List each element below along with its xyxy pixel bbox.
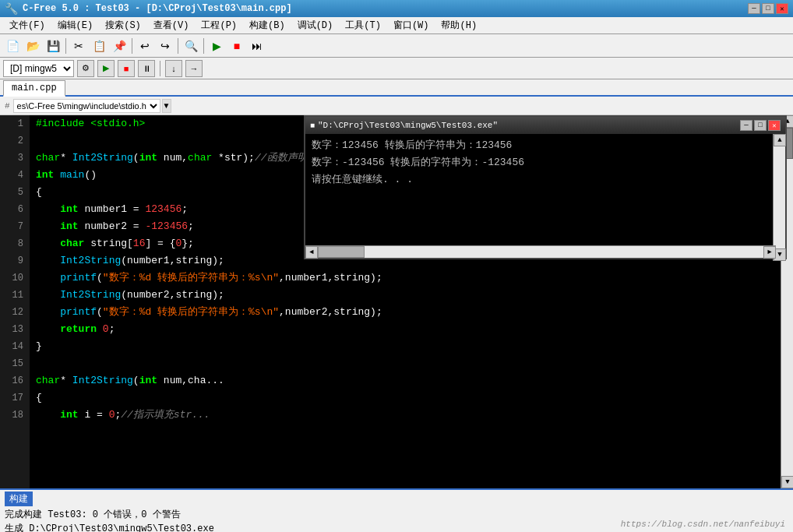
- scroll-down-button[interactable]: ▼: [781, 476, 793, 488]
- console-hscroll-left[interactable]: ◄: [305, 246, 318, 259]
- line-num-12: 12: [6, 304, 26, 321]
- menu-window[interactable]: 窗口(W): [387, 17, 435, 33]
- editor-status-area: 1 2 3 4 5 6 7 8 9 10 11 12 13 14 15 16 1…: [0, 115, 793, 532]
- editor-area: 1 2 3 4 5 6 7 8 9 10 11 12 13 14 15 16 1…: [0, 115, 793, 488]
- run-play-button[interactable]: ▶: [97, 60, 115, 77]
- window-title: C-Free 5.0 : Test03 - [D:\CProj\Test03\m…: [23, 3, 748, 14]
- toolbar-separator-3: [178, 38, 178, 54]
- console-hscroll-thumb[interactable]: [318, 246, 365, 258]
- line-num-16: 16: [6, 372, 26, 389]
- path-prefix: #: [5, 101, 10, 111]
- left-strip: [0, 115, 6, 488]
- close-button[interactable]: ✕: [776, 3, 788, 14]
- menu-project[interactable]: 工程(P): [195, 17, 243, 33]
- line-num-18: 18: [6, 407, 26, 424]
- minimize-button[interactable]: ─: [748, 3, 760, 14]
- code-line-14: }: [36, 338, 774, 355]
- line-num-8: 8: [6, 235, 26, 252]
- line-num-14: 14: [6, 338, 26, 355]
- window-controls: ─ □ ✕: [748, 3, 788, 14]
- console-titlebar: ■ "D:\CProj\Test03\mingw5\Test03.exe" ─ …: [305, 117, 785, 134]
- code-line-11: Int2String(number2,string);: [36, 287, 774, 304]
- paste-button[interactable]: 📌: [110, 37, 129, 55]
- menu-search[interactable]: 搜索(S): [99, 17, 147, 33]
- line-num-5: 5: [6, 184, 26, 201]
- console-scroll-track: [774, 146, 785, 248]
- new-file-button[interactable]: 📄: [3, 37, 22, 55]
- line-num-7: 7: [6, 218, 26, 235]
- menu-file[interactable]: 文件(F): [3, 17, 51, 33]
- console-close-button[interactable]: ✕: [768, 120, 781, 131]
- build-icon-button[interactable]: ⚙: [77, 60, 94, 77]
- console-scrollbar[interactable]: ▲ ▼: [773, 134, 785, 261]
- path-select[interactable]: es\C-Free 5\mingw\include\stdio.h: [13, 99, 160, 113]
- code-line-18: int i = 0;//指示填充str...: [36, 407, 774, 424]
- search-button[interactable]: 🔍: [182, 37, 200, 55]
- line-num-11: 11: [6, 287, 26, 304]
- maximize-button[interactable]: □: [762, 3, 774, 14]
- console-line-1: 数字：123456 转换后的字符串为：123456: [312, 137, 779, 154]
- status-label: 构建: [5, 491, 33, 506]
- code-line-15: [36, 355, 774, 372]
- code-line-13: return 0;: [36, 321, 774, 338]
- console-icon: ■: [310, 122, 315, 130]
- run-button[interactable]: ▶: [207, 37, 226, 55]
- console-hscroll-track: [318, 246, 763, 258]
- code-line-10: printf("数字：%d 转换后的字符串为：%s\n",number1,str…: [36, 270, 774, 287]
- console-maximize-button[interactable]: □: [754, 120, 767, 131]
- console-title: "D:\CProj\Test03\mingw5\Test03.exe": [318, 121, 738, 130]
- line-numbers: 1 2 3 4 5 6 7 8 9 10 11 12 13 14 15 16 1…: [6, 115, 30, 488]
- line-num-15: 15: [6, 355, 26, 372]
- title-bar: 🔧 C-Free 5.0 : Test03 - [D:\CProj\Test03…: [0, 0, 793, 17]
- menu-view[interactable]: 查看(V): [147, 17, 196, 33]
- status-bar: 构建 完成构建 Test03: 0 个错误，0 个警告 生成 D:\CProj\…: [0, 488, 793, 532]
- menu-tools[interactable]: 工具(T): [339, 17, 387, 33]
- redo-button[interactable]: ↪: [156, 37, 174, 55]
- line-num-9: 9: [6, 252, 26, 270]
- console-line-3: 请按任意键继续. . .: [312, 171, 779, 188]
- step-button[interactable]: ⏭: [248, 37, 266, 55]
- cut-button[interactable]: ✂: [69, 37, 88, 55]
- path-dropdown-button[interactable]: ▼: [162, 99, 171, 113]
- csdn-watermark: https://blog.csdn.net/nanfeibuyi: [621, 520, 785, 529]
- code-line-12: printf("数字：%d 转换后的字符串为：%s\n",number2,str…: [36, 304, 774, 321]
- toolbar-separator-1: [65, 38, 66, 54]
- path-bar: # es\C-Free 5\mingw\include\stdio.h ▼: [0, 97, 793, 115]
- compiler-select[interactable]: [D] mingw5: [3, 60, 74, 77]
- menu-debug[interactable]: 调试(D): [291, 17, 340, 33]
- line-num-1: 1: [6, 115, 26, 132]
- console-hscroll-right[interactable]: ►: [763, 246, 776, 259]
- console-minimize-button[interactable]: ─: [740, 120, 752, 131]
- line-num-3: 3: [6, 150, 26, 167]
- step-over-button[interactable]: →: [185, 60, 203, 77]
- undo-button[interactable]: ↩: [136, 37, 154, 55]
- step-into-button[interactable]: ↓: [165, 60, 182, 77]
- tab-main-cpp[interactable]: main.cpp: [3, 80, 65, 97]
- menu-help[interactable]: 帮助(H): [435, 17, 483, 33]
- line-num-6: 6: [6, 201, 26, 218]
- code-line-16: char* Int2String(int num,cha...: [36, 372, 774, 389]
- menu-edit[interactable]: 编辑(E): [51, 17, 100, 33]
- tab-bar: main.cpp: [0, 79, 793, 97]
- open-file-button[interactable]: 📂: [23, 37, 42, 55]
- app-icon: 🔧: [5, 2, 18, 16]
- pause-button[interactable]: ⏸: [138, 60, 155, 77]
- console-hscroll[interactable]: ◄ ►: [305, 245, 776, 258]
- stop-button[interactable]: ■: [227, 37, 246, 55]
- line-num-17: 17: [6, 389, 26, 407]
- copy-button[interactable]: 📋: [90, 37, 108, 55]
- main-toolbar: 📄 📂 💾 ✂ 📋 📌 ↩ ↪ 🔍 ▶ ■ ⏭: [0, 34, 793, 58]
- line-num-10: 10: [6, 270, 26, 287]
- console-window: ■ "D:\CProj\Test03\mingw5\Test03.exe" ─ …: [304, 115, 787, 259]
- save-button[interactable]: 💾: [44, 37, 62, 55]
- line-num-2: 2: [6, 132, 26, 150]
- console-scroll-up[interactable]: ▲: [774, 134, 786, 146]
- line-num-13: 13: [6, 321, 26, 338]
- menu-build[interactable]: 构建(B): [243, 17, 291, 33]
- menu-bar: 文件(F) 编辑(E) 搜索(S) 查看(V) 工程(P) 构建(B) 调试(D…: [0, 17, 793, 34]
- build-sep: [160, 61, 160, 76]
- toolbar-separator-4: [203, 38, 204, 54]
- code-line-17: {: [36, 389, 774, 407]
- stop-run-button[interactable]: ■: [118, 60, 135, 77]
- build-bar: [D] mingw5 ⚙ ▶ ■ ⏸ ↓ →: [0, 58, 793, 79]
